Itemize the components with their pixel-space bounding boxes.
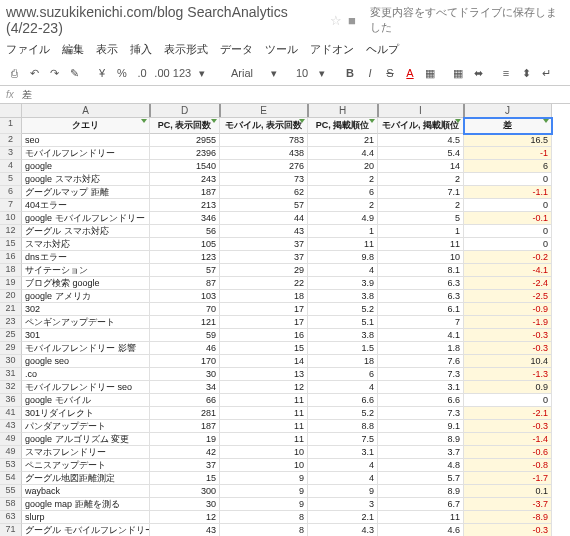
cell-diff[interactable]: -0.3 — [464, 524, 552, 536]
row-header[interactable]: 10 — [0, 212, 22, 225]
cell[interactable]: 37 — [150, 459, 220, 472]
col-header-A[interactable]: A — [22, 104, 150, 118]
cell[interactable]: 4 — [308, 381, 378, 394]
row-header[interactable]: 41 — [0, 407, 22, 420]
cell-diff[interactable]: 16.5 — [464, 134, 552, 147]
cell-query[interactable]: グーグル モバイルフレンドリー — [22, 524, 150, 536]
cell-diff[interactable]: -0.3 — [464, 420, 552, 433]
print-icon[interactable]: ⎙ — [6, 64, 22, 82]
cell[interactable]: 5.2 — [308, 407, 378, 420]
cell-diff[interactable]: 0 — [464, 199, 552, 212]
cell[interactable]: 6.3 — [378, 290, 464, 303]
cell[interactable]: 4.6 — [378, 524, 464, 536]
cell[interactable]: 2 — [308, 173, 378, 186]
spreadsheet-grid[interactable]: ADEHIJ1クエリPC, 表示回数モバイル, 表示回数PC, 掲載順位モバイル… — [0, 104, 570, 536]
cell[interactable]: 46 — [150, 342, 220, 355]
cell[interactable]: 4.9 — [308, 212, 378, 225]
col-header-D[interactable]: D — [150, 104, 220, 118]
row-header[interactable]: 25 — [0, 329, 22, 342]
cell[interactable]: 8 — [220, 524, 308, 536]
cell[interactable]: 121 — [150, 316, 220, 329]
cell-diff[interactable]: -1.3 — [464, 368, 552, 381]
cell-diff[interactable]: -2.1 — [464, 407, 552, 420]
cell[interactable]: 20 — [308, 160, 378, 173]
cell[interactable]: 37 — [220, 251, 308, 264]
cell[interactable]: 4.8 — [378, 459, 464, 472]
valign-icon[interactable]: ⬍ — [518, 64, 534, 82]
row-header[interactable]: 5 — [0, 173, 22, 186]
formula-bar[interactable]: fx 差 — [0, 86, 570, 104]
cell[interactable]: 8 — [220, 511, 308, 524]
cell-diff[interactable]: -0.2 — [464, 251, 552, 264]
menu-view[interactable]: 表示 — [96, 42, 118, 57]
cell[interactable]: 11 — [220, 433, 308, 446]
cell-diff[interactable]: 6 — [464, 160, 552, 173]
cell-diff[interactable]: 0.1 — [464, 485, 552, 498]
cell[interactable]: 6.1 — [378, 303, 464, 316]
filter-icon[interactable] — [455, 119, 461, 123]
cell[interactable]: 9 — [220, 472, 308, 485]
cell[interactable]: 8.1 — [378, 264, 464, 277]
cell-diff[interactable]: 0 — [464, 394, 552, 407]
cell[interactable]: 281 — [150, 407, 220, 420]
cell[interactable]: 438 — [220, 147, 308, 160]
cell[interactable]: 300 — [150, 485, 220, 498]
row-header[interactable]: 58 — [0, 498, 22, 511]
header-cell[interactable]: PC, 掲載順位 — [308, 118, 378, 134]
size-arrow[interactable]: ▾ — [314, 64, 330, 82]
cell[interactable]: 12 — [220, 381, 308, 394]
cell[interactable]: 4 — [308, 472, 378, 485]
bold-icon[interactable]: B — [342, 64, 358, 82]
cell[interactable]: 213 — [150, 199, 220, 212]
text-color-icon[interactable]: A — [402, 64, 418, 82]
cell[interactable]: 11 — [220, 420, 308, 433]
filter-icon[interactable] — [369, 119, 375, 123]
cell-diff[interactable]: -1.1 — [464, 186, 552, 199]
currency-icon[interactable]: ¥ — [94, 64, 110, 82]
cell[interactable]: 5.7 — [378, 472, 464, 485]
cell-diff[interactable]: -1 — [464, 147, 552, 160]
cell-query[interactable]: スマホフレンドリー — [22, 446, 150, 459]
cell-query[interactable]: 404エラー — [22, 199, 150, 212]
cell-query[interactable]: 301 — [22, 329, 150, 342]
cell[interactable]: 9.1 — [378, 420, 464, 433]
cell[interactable]: 73 — [220, 173, 308, 186]
cell-query[interactable]: google アルゴリズム 変更 — [22, 433, 150, 446]
cell-query[interactable]: 301リダイレクト — [22, 407, 150, 420]
cell[interactable]: 11 — [308, 238, 378, 251]
cell-diff[interactable]: 0.9 — [464, 381, 552, 394]
fx-value[interactable]: 差 — [22, 88, 32, 102]
row-header[interactable]: 20 — [0, 290, 22, 303]
cell-diff[interactable]: -0.6 — [464, 446, 552, 459]
cell[interactable]: 2955 — [150, 134, 220, 147]
cell[interactable]: 123 — [150, 251, 220, 264]
cell[interactable]: 8.8 — [308, 420, 378, 433]
cell[interactable]: 57 — [220, 199, 308, 212]
row-header[interactable]: 21 — [0, 303, 22, 316]
cell-diff[interactable]: -3.7 — [464, 498, 552, 511]
cell[interactable]: 4 — [308, 264, 378, 277]
cell-diff[interactable]: 0 — [464, 173, 552, 186]
row-header[interactable]: 7 — [0, 199, 22, 212]
cell-diff[interactable]: -4.1 — [464, 264, 552, 277]
filter-icon[interactable] — [299, 119, 305, 123]
cell[interactable]: 2.1 — [308, 511, 378, 524]
cell[interactable]: 3.8 — [308, 329, 378, 342]
inc-dec-icon[interactable]: .00 — [154, 64, 170, 82]
filter-icon[interactable] — [141, 119, 147, 123]
cell[interactable]: 7.6 — [378, 355, 464, 368]
cell[interactable]: 7.5 — [308, 433, 378, 446]
cell[interactable]: 7 — [378, 316, 464, 329]
cell-query[interactable]: パンダアップデート — [22, 420, 150, 433]
cell[interactable]: 3.7 — [378, 446, 464, 459]
row-header[interactable]: 29 — [0, 342, 22, 355]
cell[interactable]: 56 — [150, 225, 220, 238]
cell[interactable]: 6.3 — [378, 277, 464, 290]
header-cell[interactable]: モバイル, 掲載順位 — [378, 118, 464, 134]
cell[interactable]: 22 — [220, 277, 308, 290]
header-cell[interactable]: クエリ — [22, 118, 150, 134]
cell[interactable]: 11 — [378, 238, 464, 251]
cell[interactable]: 37 — [220, 238, 308, 251]
cell[interactable]: 4.1 — [378, 329, 464, 342]
cell[interactable]: 10 — [220, 446, 308, 459]
